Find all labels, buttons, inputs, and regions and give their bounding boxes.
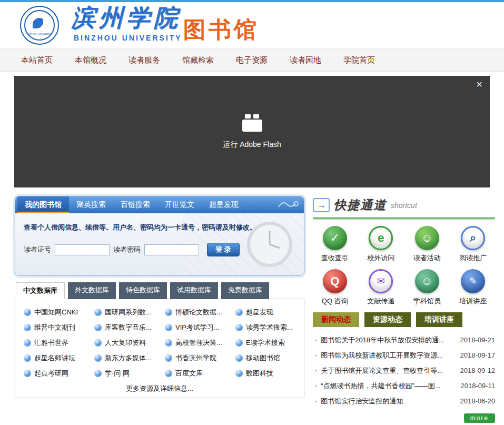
db-link-label: 百度文库: [175, 369, 203, 378]
nav-item-reader-corner[interactable]: 读者园地: [290, 55, 321, 65]
nav-item-university-home[interactable]: 学院首页: [343, 55, 375, 65]
tab-special-databases[interactable]: 特色数据库: [119, 282, 167, 299]
more-resources-link[interactable]: 更多资源及详细信息...: [18, 381, 301, 396]
db-link-label: 学·问 网: [105, 369, 130, 378]
db-link-label: 读秀学术搜索...: [246, 323, 293, 332]
subject-librarian-icon: ☺: [415, 269, 439, 293]
db-link-label: 超星发现: [246, 308, 273, 317]
main-content: 我的图书馆 聚英搜索 百链搜索 开世览文 超星发现: [0, 192, 504, 423]
globe-bullet-icon: [235, 324, 243, 331]
globe-bullet-icon: [235, 370, 243, 377]
tab-kaishi-lanwen[interactable]: 开世览文: [157, 196, 202, 213]
globe-bullet-icon: [165, 324, 172, 331]
tab-chinese-databases[interactable]: 中文数据库: [16, 282, 65, 299]
globe-bullet-icon: [235, 339, 243, 347]
more-button[interactable]: more: [464, 413, 495, 423]
university-logo[interactable]: BINZHOU UNIVERSITY: [20, 6, 59, 45]
shortcut-reading-promotion[interactable]: ⌕ 阅读推广: [451, 226, 496, 263]
globe-bullet-icon: [24, 309, 31, 316]
db-link-qidian-kaoyan[interactable]: 起点考研网: [18, 365, 89, 381]
shortcut-citation-check[interactable]: ✓ 查收查引: [313, 226, 357, 263]
tab-bailian-search[interactable]: 百链搜索: [113, 196, 157, 213]
close-icon[interactable]: ×: [476, 79, 482, 90]
db-link-renda-fuyin[interactable]: 人大复印资料: [89, 335, 160, 350]
reader-password-input[interactable]: [144, 244, 199, 255]
db-link-guoyan[interactable]: 国研网系列数...: [89, 304, 160, 320]
db-link-label: 国研网系列数...: [105, 308, 152, 317]
news-list: ▪ 图书馆关于2018年中秋节放假安排的通... 2018-09-21 ▪ 图书…: [313, 332, 495, 409]
db-link-xdf-multimedia[interactable]: 新东方多媒体...: [89, 350, 160, 365]
db-link-baidu-wenku[interactable]: 百度文库: [160, 365, 230, 381]
globe-bullet-icon: [235, 354, 243, 362]
qq-chat-icon: Q: [323, 269, 347, 293]
tab-chaoxing-discovery[interactable]: 超星发现: [202, 196, 246, 213]
login-button[interactable]: 登 录: [207, 243, 240, 256]
reader-id-input[interactable]: [55, 244, 110, 255]
db-link-xuewen[interactable]: 学·问 网: [89, 365, 160, 381]
shortcut-qq-consult[interactable]: Q QQ 咨询: [313, 269, 357, 306]
globe-bullet-icon: [165, 370, 172, 377]
db-link-vip-exam[interactable]: VIP考试学习...: [160, 320, 230, 335]
db-link-duxiu[interactable]: 读秀学术搜索...: [230, 320, 301, 335]
shortcut-subject-librarian[interactable]: ☺ 学科馆员: [405, 269, 449, 306]
db-link-shutu-tech[interactable]: 数图科技: [230, 365, 301, 381]
db-link-edu-search[interactable]: E读学术搜索: [230, 335, 301, 350]
shortcut-document-delivery[interactable]: ✉ 文献传递: [359, 269, 403, 306]
university-name-english: BINZHOU UNIVERSITY: [74, 34, 182, 42]
db-link-thesis-db[interactable]: 博硕论文数据...: [160, 304, 230, 320]
nav-item-home[interactable]: 本站首页: [21, 55, 53, 65]
nav-item-about[interactable]: 本馆概况: [75, 55, 106, 65]
tab-my-library[interactable]: 我的图书馆: [17, 196, 69, 213]
tab-news[interactable]: 新闻动态: [313, 312, 359, 327]
db-link-shuxiang-binzhou[interactable]: 书香滨州学院: [160, 350, 230, 365]
globe-bullet-icon: [94, 324, 102, 331]
tab-resource-updates[interactable]: 资源动态: [364, 312, 411, 327]
bullet-icon: ▪: [315, 338, 317, 343]
shortcut-offcampus-access[interactable]: e 校外访问: [359, 226, 403, 263]
flash-banner[interactable]: × 运行 Adobe Flash: [14, 76, 490, 187]
offcampus-access-icon: e: [369, 226, 393, 250]
tab-free-databases[interactable]: 免费数据库: [221, 282, 269, 299]
shortcut-reader-activity[interactable]: ☺ 读者活动: [405, 226, 449, 263]
db-link-chaoxing-lectures[interactable]: 超星名师讲坛: [18, 350, 89, 365]
nav-item-catalog-search[interactable]: 馆藏检索: [182, 55, 214, 65]
globe-bullet-icon: [24, 324, 31, 331]
db-link-label: E读学术搜索: [246, 338, 285, 348]
site-header: BINZHOU UNIVERSITY 滨州学院 BINZHOU UNIVERSI…: [0, 2, 504, 48]
tab-juying-search[interactable]: 聚英搜索: [69, 196, 113, 213]
shortcut-training-lecture[interactable]: ✎ 培训讲座: [451, 269, 496, 306]
citation-check-icon: ✓: [323, 226, 347, 250]
db-link-mobile-library[interactable]: 移动图书馆: [230, 350, 301, 365]
flash-run-label: 运行 Adobe Flash: [223, 140, 281, 150]
tab-trial-databases[interactable]: 试用数据库: [170, 282, 218, 299]
db-link-weipu[interactable]: 维普中文期刊: [18, 320, 89, 335]
db-link-management-decision[interactable]: 高校管理决策...: [160, 335, 230, 350]
bullet-icon: ▪: [315, 353, 317, 358]
news-item[interactable]: ▪ 图书馆关于2018年中秋节放假安排的通... 2018-09-21: [313, 332, 495, 348]
news-item[interactable]: ▪ 图书馆实行治安监控的通知 2018-06-20: [313, 393, 495, 409]
flash-plugin-icon: [242, 114, 262, 132]
db-link-label: 库客数字音乐...: [105, 323, 152, 332]
university-name-calligraphy: 滨州学院: [72, 2, 181, 34]
logo-ring-text: BINZHOU UNIVERSITY: [25, 33, 54, 36]
database-column-3: 博硕论文数据... VIP考试学习... 高校管理决策... 书香滨州学院 百度…: [160, 304, 230, 381]
news-more-row: more: [313, 413, 495, 423]
database-column-1: 中国知网CNKI 维普中文期刊 汇雅书世界 超星名师讲坛 起点考研网: [18, 304, 89, 381]
training-lecture-icon: ✎: [461, 269, 485, 293]
nav-item-eresources[interactable]: 电子资源: [236, 55, 268, 65]
tab-training-lectures[interactable]: 培训讲座: [416, 312, 462, 327]
news-item[interactable]: ▪ “点燃读书热情，共建书香校园”——图... 2018-09-11: [313, 378, 495, 393]
news-item[interactable]: ▪ 图书馆为我校新进教职工开展数字资源... 2018-09-17: [313, 348, 495, 363]
news-item[interactable]: ▪ 关于图书馆开展论文查重、查收查引等... 2018-09-12: [313, 363, 495, 378]
shortcut-header: 快捷通道 shortcut: [313, 196, 495, 219]
tab-foreign-databases[interactable]: 外文数据库: [68, 282, 116, 299]
db-link-huiya[interactable]: 汇雅书世界: [18, 335, 89, 350]
bullet-icon: ▪: [315, 383, 317, 389]
db-link-label: 博硕论文数据...: [175, 308, 222, 317]
db-link-chaoxing-discovery[interactable]: 超星发现: [230, 304, 301, 320]
db-link-cnki[interactable]: 中国知网CNKI: [18, 304, 89, 320]
db-link-kuke-music[interactable]: 库客数字音乐...: [89, 320, 160, 335]
db-link-label: VIP考试学习...: [175, 323, 220, 332]
nav-item-reader-services[interactable]: 读者服务: [129, 55, 160, 65]
db-link-label: 超星名师讲坛: [34, 353, 75, 363]
